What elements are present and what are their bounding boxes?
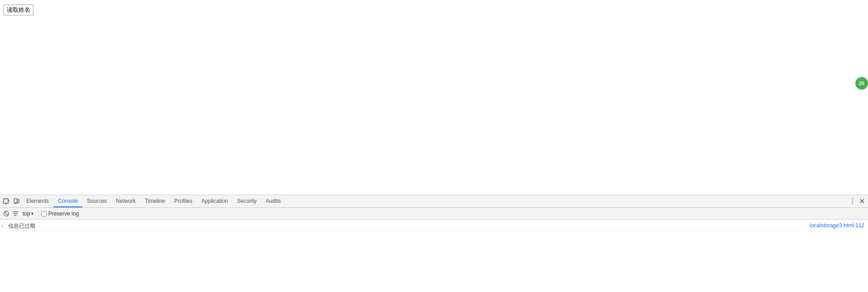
console-toolbar: top ▾ Preserve log [0,208,868,220]
tab-sources[interactable]: Sources [82,195,111,207]
tab-security[interactable]: Security [233,195,261,207]
svg-rect-4 [17,200,19,203]
read-name-button[interactable]: 读取姓名 [4,5,33,15]
clear-console-icon[interactable] [3,210,10,217]
chevron-down-icon: ▾ [31,211,33,216]
console-log-message: 信息已过期 [8,222,808,230]
close-devtools-button[interactable]: ✕ [857,197,866,206]
devtools-toolbar-right: ⋮ ✕ [848,197,866,206]
inspect-element-icon[interactable] [2,197,11,206]
filter-icon[interactable] [12,210,19,217]
more-options-button[interactable]: ⋮ [848,197,857,206]
preserve-log-checkbox[interactable] [41,211,47,216]
console-log-location[interactable]: localstorage3.html:112 [808,222,868,229]
devtools-tabs: Elements Console Sources Network Timelin… [22,195,285,207]
toolbar-separator [38,211,38,217]
devtools-tabs-toolbar: Elements Console Sources Network Timelin… [0,195,868,208]
tab-audits[interactable]: Audits [261,195,285,207]
tab-timeline[interactable]: Timeline [140,195,170,207]
tab-application[interactable]: Application [197,195,233,207]
device-mode-icon[interactable] [12,197,21,206]
svg-line-7 [5,212,8,215]
green-circle-badge: 25 [855,77,868,90]
console-content: › 信息已过期 localstorage3.html:112 [0,220,868,292]
page-content: 读取姓名 25 [0,0,868,190]
expand-arrow-icon[interactable]: › [2,222,8,228]
context-dropdown[interactable]: top ▾ [21,210,35,218]
svg-rect-0 [4,199,8,203]
tab-elements[interactable]: Elements [22,195,53,207]
context-dropdown-value: top [23,211,30,217]
console-log-link[interactable]: localstorage3.html:112 [810,222,864,229]
tab-profiles[interactable]: Profiles [170,195,197,207]
tab-console[interactable]: Console [53,195,82,207]
console-log-entry: › 信息已过期 localstorage3.html:112 [0,221,868,231]
devtools-panel: Elements Console Sources Network Timelin… [0,195,868,292]
preserve-log-label: Preserve log [48,211,79,217]
preserve-log-container: Preserve log [41,211,79,217]
tab-network[interactable]: Network [111,195,140,207]
